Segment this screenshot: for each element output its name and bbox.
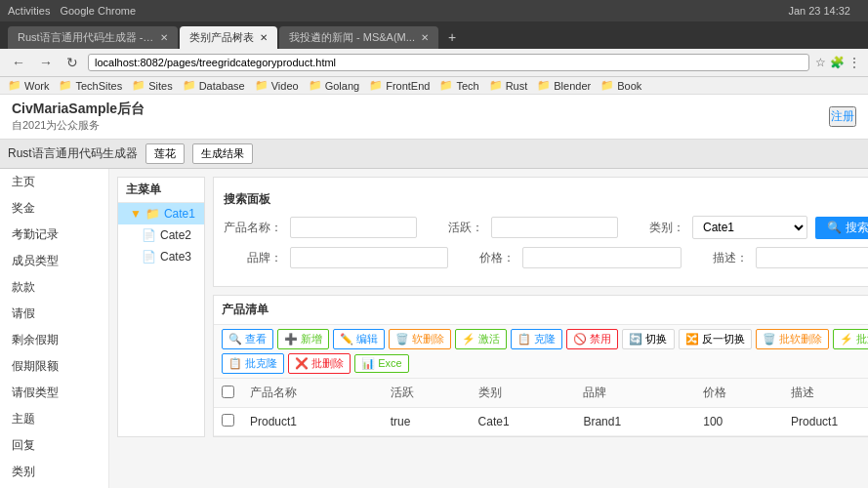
tab-3[interactable]: 我投遴的新闻 - MS&A(M... ✕ (279, 26, 438, 49)
select-all-checkbox[interactable] (222, 386, 234, 398)
disable-button[interactable]: 🚫 禁用 (566, 329, 618, 349)
edit-button[interactable]: ✏️ 编辑 (333, 329, 385, 349)
app-title: CivMariaSample后台 (12, 101, 145, 118)
bookmark-book[interactable]: 📁 Book (600, 79, 641, 92)
col-brand: 品牌 (575, 379, 695, 408)
tree-cate2-label: Cate2 (160, 228, 191, 242)
batch-clone-button[interactable]: 📋 批克隆 (222, 353, 284, 374)
active-input[interactable] (491, 217, 618, 238)
bookmark-video-icon: 📁 (255, 79, 269, 92)
bookmark-tech[interactable]: 📁 Tech (439, 79, 478, 92)
activate-button[interactable]: ⚡ 激活 (455, 329, 507, 349)
sidebar-item-award[interactable]: 奖金 (0, 195, 108, 222)
activities-label[interactable]: Activities (8, 5, 50, 17)
step-button[interactable]: 莲花 (145, 143, 185, 164)
sidebar-member-type-label: 成员类型 (12, 253, 59, 269)
row-checkbox-cell[interactable] (214, 408, 242, 436)
bookmark-work[interactable]: 📁 Work (8, 79, 49, 92)
brand-input[interactable] (290, 247, 448, 268)
sidebar-item-deduction[interactable]: 款款 (0, 274, 108, 301)
tab-3-close[interactable]: ✕ (421, 32, 429, 43)
row-brand: Brand1 (575, 408, 695, 436)
sidebar-item-subject[interactable]: 主题 (0, 406, 108, 432)
tree-item-cate1[interactable]: ▼ 📁 Cate1 (118, 203, 204, 224)
category-select[interactable]: Cate1 Cate2 Cate3 (692, 216, 807, 239)
clone-button[interactable]: 📋 克隆 (511, 329, 562, 349)
tab-1[interactable]: Rust语言通用代码生成器 - 基 ✕ (8, 26, 178, 49)
new-button[interactable]: ➕ 新增 (277, 329, 329, 349)
brand-label: 品牌： (224, 250, 282, 266)
tab-1-label: Rust语言通用代码生成器 - 基 (18, 30, 154, 45)
bookmark-techsites-icon: 📁 (59, 79, 72, 92)
bookmark-book-label: Book (617, 80, 641, 92)
back-button[interactable]: ← (8, 53, 29, 72)
tree-item-cate3[interactable]: 📄 Cate3 (118, 246, 204, 267)
bookmark-golang[interactable]: 📁 Golang (309, 79, 359, 92)
sidebar-attendance-label: 考勤记录 (12, 226, 59, 243)
switch-button[interactable]: 🔄 切换 (622, 329, 674, 349)
tab-2[interactable]: 类别产品树表 ✕ (180, 26, 277, 49)
sidebar-item-leave[interactable]: 请假 (0, 301, 108, 327)
browser-chrome: Rust语言通用代码生成器 - 基 ✕ 类别产品树表 ✕ 我投遴的新闻 - MS… (0, 21, 868, 49)
bookmark-database[interactable]: 📁 Database (183, 79, 245, 92)
col-product-name: 产品名称 (242, 379, 383, 408)
bookmark-database-icon: 📁 (183, 79, 196, 92)
result-button[interactable]: 生成结果 (192, 143, 253, 164)
row-checkbox[interactable] (222, 414, 234, 427)
tab-1-close[interactable]: ✕ (160, 32, 168, 43)
bookmark-tech-label: Tech (456, 80, 478, 92)
bookmark-frontend[interactable]: 📁 FrontEnd (369, 79, 430, 92)
batch-activate-button[interactable]: ⚡ 批激活 (833, 329, 868, 349)
table-header-row: 产品名称 活跃 类别 品牌 价格 描述 (214, 379, 868, 408)
tree-folder-icon: 📁 (145, 207, 160, 221)
search-button[interactable]: 🔍 搜索 (815, 217, 868, 239)
sidebar-holiday-label: 假期限额 (12, 358, 59, 375)
col-active: 活跃 (383, 379, 471, 408)
new-tab-button[interactable]: + (440, 25, 464, 49)
sidebar-toggle[interactable]: ◀ (108, 179, 109, 198)
sidebar-item-home[interactable]: 主页 (0, 169, 108, 195)
sidebar-item-repeat[interactable]: 回复 (0, 432, 108, 459)
url-input[interactable] (88, 54, 809, 71)
bookmark-sites[interactable]: 📁 Sites (132, 79, 172, 92)
table-row[interactable]: Product1 true Cate1 Brand1 100 Product1 (214, 408, 868, 436)
sidebar-item-leave-type[interactable]: 请假类型 (0, 380, 108, 406)
bookmark-video[interactable]: 📁 Video (255, 79, 299, 92)
bookmark-blender[interactable]: 📁 Blender (537, 79, 591, 92)
view-button[interactable]: 🔍 查看 (222, 329, 273, 349)
register-button[interactable]: 注册 (829, 106, 856, 127)
tree-item-cate2[interactable]: 📄 Cate2 (118, 224, 204, 246)
description-input[interactable] (756, 247, 868, 268)
tree-file-icon-cate3: 📄 (142, 250, 156, 264)
row-description: Product1 (783, 408, 868, 436)
reload-button[interactable]: ↻ (62, 53, 82, 72)
switch-all-button[interactable]: 🔀 反一切换 (679, 329, 752, 349)
extensions-icon[interactable]: 🧩 (830, 56, 845, 69)
description-label: 描述： (689, 250, 748, 266)
batch-delete-button[interactable]: ❌ 批删除 (288, 353, 351, 374)
price-input[interactable] (522, 247, 681, 268)
tab-2-close[interactable]: ✕ (260, 32, 268, 43)
content-area: 主菜单 ▼ 📁 Cate1 📄 Cate2 📄 Cate3 (109, 169, 868, 488)
menu-icon[interactable]: ⋮ (848, 56, 860, 69)
sidebar-item-overtime[interactable]: 剩余假期 (0, 327, 108, 353)
sidebar-item-category[interactable]: 类别 (0, 459, 108, 485)
forward-button[interactable]: → (35, 53, 57, 72)
sidebar-item-holiday[interactable]: 假期限额 (0, 353, 108, 380)
sidebar-category-label: 类别 (12, 464, 35, 480)
bookmark-techsites[interactable]: 📁 TechSites (59, 79, 122, 92)
row-price: 100 (695, 408, 783, 436)
two-col-layout: 主菜单 ▼ 📁 Cate1 📄 Cate2 📄 Cate3 (117, 177, 860, 437)
sidebar-item-member-type[interactable]: 成员类型 (0, 248, 108, 274)
batch-soft-delete-button[interactable]: 🗑️ 批软删除 (756, 329, 829, 349)
sidebar-item-attendance[interactable]: 考勤记录 (0, 222, 108, 248)
bookmark-sites-icon: 📁 (132, 79, 145, 92)
bookmark-rust[interactable]: 📁 Rust (489, 79, 528, 92)
right-panel: 搜索面板 产品名称： 活跃： 类别： Cate1 Cate2 Cate3 (213, 177, 868, 437)
bookmark-techsites-label: TechSites (75, 80, 122, 92)
price-label: 价格： (456, 250, 515, 266)
bookmark-star-icon[interactable]: ☆ (815, 56, 826, 69)
soft-delete-button[interactable]: 🗑️ 软删除 (389, 329, 451, 349)
excel-button[interactable]: 📊 Exce (354, 354, 409, 373)
product-name-input[interactable] (290, 217, 417, 238)
